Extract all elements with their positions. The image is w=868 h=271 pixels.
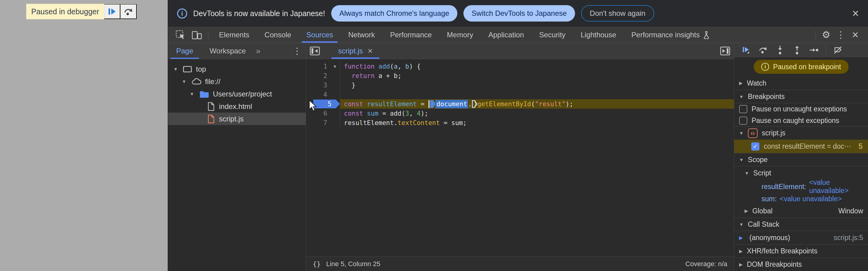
paused-on-breakpoint-badge: i Paused on breakpoint [754, 60, 848, 74]
code-line-content[interactable]: return a + b; [340, 71, 734, 81]
step-out-button[interactable] [789, 44, 805, 56]
section-breakpoints[interactable]: ▼ Breakpoints [734, 90, 868, 103]
pause-uncaught-checkbox[interactable] [739, 105, 747, 113]
resume-script-execution-button[interactable] [738, 44, 754, 56]
infobar-close-icon[interactable]: × [852, 8, 859, 19]
tab-console[interactable]: Console [257, 27, 299, 43]
call-stack-frame[interactable]: ▶ (anonymous) script.js:5 [734, 231, 868, 244]
tab-security[interactable]: Security [532, 27, 573, 43]
gutter-line-number[interactable]: 2 [306, 71, 340, 81]
code-line[interactable]: 2 return a + b; [306, 71, 734, 81]
tree-item-script-js[interactable]: script.js [168, 113, 306, 125]
scope-variable-row: resultElement: <value unavailable> [734, 180, 868, 193]
pretty-print-icon[interactable]: {} [313, 260, 321, 268]
always-match-language-button[interactable]: Always match Chrome's language [331, 5, 457, 22]
section-xhr-breakpoints[interactable]: ▶ XHR/fetch Breakpoints [734, 244, 868, 258]
tree-item-top[interactable]: ▼ top [168, 63, 306, 75]
expanded-icon[interactable]: ▼ [739, 130, 744, 136]
expanded-icon[interactable]: ▼ [745, 171, 749, 176]
open-file-tab-script-js[interactable]: script.js × [332, 43, 379, 59]
code-line[interactable]: 1▼function add(a, b) { [306, 62, 734, 71]
pause-on-caught-row[interactable]: Pause on caught exceptions [734, 115, 868, 126]
expander-icon[interactable]: ▼ [172, 66, 179, 71]
close-tab-icon[interactable]: × [368, 47, 372, 55]
collapsed-icon[interactable]: ▶ [739, 248, 743, 254]
gutter-line-number[interactable]: 4 [306, 90, 340, 99]
step-over-button[interactable] [755, 44, 771, 56]
gutter-line-number[interactable]: 1▼ [306, 62, 340, 71]
expanded-icon[interactable]: ▼ [739, 222, 744, 227]
code-fold-icon[interactable]: ▼ [333, 64, 337, 69]
breakpoint-file-group[interactable]: ▼ ‹› script.js [734, 126, 868, 140]
tree-item-index-html[interactable]: index.html [168, 100, 306, 113]
gutter-line-number[interactable]: 7 [306, 118, 340, 127]
close-devtools-icon[interactable]: × [848, 29, 863, 41]
dont-show-again-button[interactable]: Don't show again [581, 5, 654, 22]
code-line-content[interactable]: resultElement.textContent = sum; [340, 118, 734, 127]
source-editor: script.js × 1▼function add(a, b) {2 retu… [306, 43, 734, 271]
switch-to-japanese-button[interactable]: Switch DevTools to Japanese [463, 5, 575, 22]
toolbar-divider [208, 30, 208, 39]
navigator-more-options-icon[interactable]: ⋮ [293, 43, 302, 59]
code-line[interactable]: 3 } [306, 81, 734, 90]
tab-application[interactable]: Application [481, 27, 531, 43]
debugger-toolbar [734, 43, 868, 57]
pause-caught-checkbox[interactable] [739, 117, 747, 125]
paused-status-row: i Paused on breakpoint [734, 57, 868, 77]
tab-sources[interactable]: Sources [299, 27, 341, 43]
code-line[interactable]: 6const sum = add(3, 4); [306, 109, 734, 118]
tab-elements[interactable]: Elements [211, 27, 257, 43]
resume-script-button[interactable] [104, 4, 120, 19]
code-line[interactable]: 7resultElement.textContent = sum; [306, 118, 734, 127]
collapsed-icon[interactable]: ▶ [745, 208, 748, 214]
navigator-tab-workspace[interactable]: Workspace [202, 43, 254, 59]
code-line[interactable]: 4 [306, 90, 734, 99]
tab-performance-insights[interactable]: Performance insights [624, 27, 718, 43]
tab-network[interactable]: Network [341, 27, 382, 43]
scope-script-group[interactable]: ▼ Script [734, 166, 868, 180]
js-file-icon [207, 114, 215, 124]
code-line-content[interactable] [340, 90, 734, 99]
tree-item-project-folder[interactable]: ▼ Users/user/project [168, 88, 306, 100]
device-toolbar-button[interactable] [189, 27, 205, 43]
section-dom-breakpoints[interactable]: ▶ DOM Breakpoints [734, 258, 868, 271]
section-scope[interactable]: ▼ Scope [734, 153, 868, 166]
tree-item-file-protocol[interactable]: ▼ file:// [168, 75, 306, 88]
collapsed-icon[interactable]: ▶ [739, 81, 743, 86]
step-into-button[interactable] [772, 44, 788, 56]
gutter-line-number[interactable]: 3 [306, 81, 340, 90]
more-tabs-chevron-icon[interactable]: » [254, 43, 262, 59]
code-line-content[interactable]: function add(a, b) { [340, 62, 734, 71]
hide-navigator-icon[interactable] [306, 43, 323, 59]
show-debugger-sidebar-icon[interactable] [716, 43, 734, 59]
deactivate-breakpoints-button[interactable] [830, 44, 846, 56]
tree-item-label: index.html [219, 102, 252, 111]
tab-memory[interactable]: Memory [439, 27, 481, 43]
navigator-tab-page[interactable]: Page [168, 43, 202, 59]
expander-icon[interactable]: ▼ [189, 91, 195, 96]
breakpoint-entry[interactable]: ✓ const resultElement = doc⋯ 5 [734, 140, 868, 153]
tab-performance[interactable]: Performance [382, 27, 439, 43]
code-line-content[interactable]: const resultElement = document.getElemen… [340, 99, 734, 109]
expander-icon[interactable]: ▼ [181, 79, 187, 84]
tree-item-label: script.js [219, 115, 244, 123]
section-watch[interactable]: ▶ Watch [734, 77, 868, 90]
collapsed-icon[interactable]: ▶ [739, 262, 743, 267]
step-over-button[interactable] [120, 4, 137, 19]
breakpoint-enabled-checkbox[interactable]: ✓ [751, 142, 760, 151]
main-toolbar: Elements Console Sources Network Perform… [168, 27, 868, 43]
code-editor-area[interactable]: 1▼function add(a, b) {2 return a + b;3 }… [306, 59, 734, 257]
scope-global-group[interactable]: ▶ Global Window [734, 204, 868, 218]
code-line[interactable]: 5const resultElement = document.getEleme… [306, 99, 734, 109]
code-line-content[interactable]: } [340, 81, 734, 90]
more-options-icon[interactable]: ⋮ [833, 29, 848, 40]
pause-on-uncaught-row[interactable]: Pause on uncaught exceptions [734, 103, 868, 115]
expanded-icon[interactable]: ▼ [739, 157, 744, 162]
expanded-icon[interactable]: ▼ [739, 94, 744, 99]
step-button[interactable] [806, 44, 822, 56]
settings-gear-icon[interactable]: ⚙ [819, 29, 833, 40]
inspect-element-button[interactable] [172, 27, 189, 43]
tab-lighthouse[interactable]: Lighthouse [573, 27, 624, 43]
code-line-content[interactable]: const sum = add(3, 4); [340, 109, 734, 118]
section-call-stack[interactable]: ▼ Call Stack [734, 218, 868, 231]
